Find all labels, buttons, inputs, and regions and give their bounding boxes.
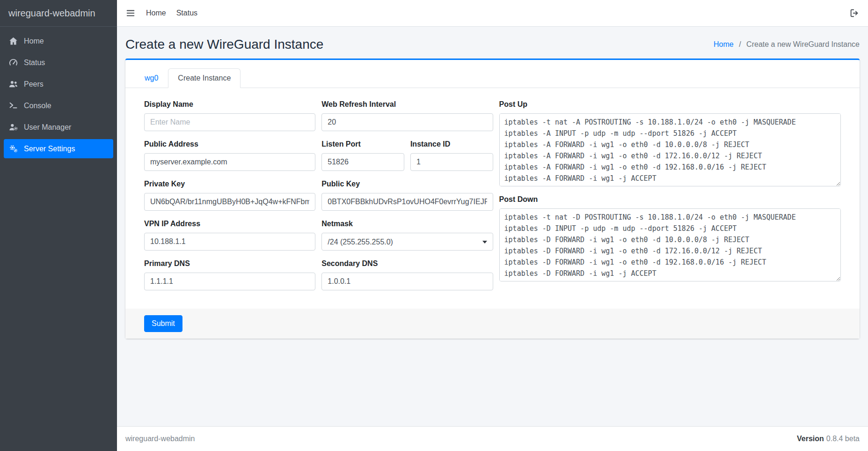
netmask-field: Netmask /24 (255.255.255.0) <box>321 220 493 251</box>
gauge-icon <box>8 58 18 67</box>
netmask-label: Netmask <box>321 220 493 228</box>
breadcrumb: Home / Create a new WireGuard Instance <box>714 40 860 49</box>
home-icon <box>8 36 18 46</box>
private-key-field: Private Key <box>144 180 315 211</box>
form-column-right: Post Up iptables -t nat -A POSTROUTING -… <box>499 100 841 299</box>
post-down-field: Post Down iptables -t nat -D POSTROUTING… <box>499 195 841 281</box>
form-column-left: Display Name Public Address Private Key <box>144 100 315 299</box>
web-refresh-interval-input[interactable] <box>321 113 493 131</box>
vpn-ip-input[interactable] <box>144 233 315 251</box>
post-up-field: Post Up iptables -t nat -A POSTROUTING -… <box>499 100 841 186</box>
page-footer: wireguard-webadmin Version0.8.4 beta <box>117 426 868 451</box>
sidebar-item-label: Server Settings <box>24 145 75 153</box>
public-address-input[interactable] <box>144 153 315 171</box>
footer-version-label: Version <box>797 435 824 443</box>
display-name-input[interactable] <box>144 113 315 131</box>
post-down-textarea[interactable]: iptables -t nat -D POSTROUTING -s 10.188… <box>499 208 841 281</box>
sidebar-item-status[interactable]: Status <box>4 53 113 72</box>
public-address-label: Public Address <box>144 140 315 148</box>
netmask-select-wrap: /24 (255.255.255.0) <box>321 233 493 251</box>
secondary-dns-field: Secondary DNS <box>321 259 493 290</box>
display-name-field: Display Name <box>144 100 315 131</box>
brand-text: wireguard-webadmin <box>8 8 95 19</box>
listen-port-input[interactable] <box>321 153 404 171</box>
topnav-link-status[interactable]: Status <box>176 9 197 17</box>
sidebar-item-label: Peers <box>24 80 44 89</box>
sidebar-item-label: Status <box>24 59 45 67</box>
public-key-field: Public Key <box>321 180 493 211</box>
sidebar-item-home[interactable]: Home <box>4 31 113 51</box>
private-key-label: Private Key <box>144 180 315 188</box>
sidebar-item-user-manager[interactable]: User Manager <box>4 118 113 137</box>
instance-tabs: wg0 Create Instance <box>125 60 860 88</box>
display-name-label: Display Name <box>144 100 315 109</box>
vpn-ip-label: VPN IP Address <box>144 220 315 228</box>
secondary-dns-input[interactable] <box>321 273 493 290</box>
card-footer: Submit <box>125 309 860 339</box>
web-refresh-interval-label: Web Refresh Interval <box>321 100 493 109</box>
primary-dns-field: Primary DNS <box>144 259 315 290</box>
create-instance-card: wg0 Create Instance Display Name Public … <box>125 59 860 339</box>
tab-create-instance[interactable]: Create Instance <box>168 68 241 88</box>
public-address-field: Public Address <box>144 140 315 171</box>
content-area: Create a new WireGuard Instance Home / C… <box>117 27 868 426</box>
public-key-label: Public Key <box>321 180 493 188</box>
sidebar-item-label: Home <box>24 37 44 45</box>
web-refresh-interval-field: Web Refresh Interval <box>321 100 493 131</box>
breadcrumb-home-link[interactable]: Home <box>714 40 734 48</box>
public-key-input[interactable] <box>321 193 493 211</box>
instance-form: Display Name Public Address Private Key <box>125 88 860 309</box>
breadcrumb-separator: / <box>739 40 741 48</box>
submit-button[interactable]: Submit <box>144 315 182 332</box>
sidebar-item-server-settings[interactable]: Server Settings <box>4 139 113 158</box>
sidebar-item-console[interactable]: Console <box>4 96 113 115</box>
main-column: Home Status Create a new WireGuard Insta… <box>117 0 868 451</box>
sidebar-item-label: Console <box>24 102 51 110</box>
instance-id-field: Instance ID <box>410 140 493 171</box>
primary-dns-input[interactable] <box>144 273 315 290</box>
topnav-link-home[interactable]: Home <box>146 9 166 17</box>
top-navbar: Home Status <box>117 0 868 27</box>
vpn-ip-field: VPN IP Address <box>144 220 315 251</box>
netmask-select[interactable]: /24 (255.255.255.0) <box>321 233 493 251</box>
sidebar-nav: Home Status Peers Console User Manager <box>0 27 117 165</box>
instance-id-label: Instance ID <box>410 140 493 148</box>
users-icon <box>8 79 18 89</box>
gears-icon <box>8 144 18 154</box>
sidebar-item-label: User Manager <box>24 123 71 132</box>
post-down-label: Post Down <box>499 195 841 204</box>
post-up-textarea[interactable]: iptables -t nat -A POSTROUTING -s 10.188… <box>499 113 841 186</box>
page-title: Create a new WireGuard Instance <box>125 37 323 52</box>
private-key-input[interactable] <box>144 193 315 211</box>
logout-icon[interactable] <box>849 8 860 18</box>
menu-toggle-icon[interactable] <box>125 8 136 18</box>
sidebar-item-peers[interactable]: Peers <box>4 74 113 94</box>
content-header: Create a new WireGuard Instance Home / C… <box>125 33 860 59</box>
terminal-icon <box>8 101 18 111</box>
form-column-middle: Web Refresh Interval Listen Port Instanc… <box>321 100 493 299</box>
footer-version-value: 0.8.4 beta <box>826 435 860 443</box>
form-grid: Display Name Public Address Private Key <box>144 100 841 299</box>
secondary-dns-label: Secondary DNS <box>321 259 493 268</box>
footer-version: Version0.8.4 beta <box>797 435 860 443</box>
breadcrumb-current: Create a new WireGuard Instance <box>746 40 860 48</box>
tab-wg0[interactable]: wg0 <box>135 68 168 88</box>
listen-port-field: Listen Port <box>321 140 404 171</box>
post-up-label: Post Up <box>499 100 841 109</box>
brand-link[interactable]: wireguard-webadmin <box>0 0 117 27</box>
instance-id-input[interactable] <box>410 153 493 171</box>
users-gear-icon <box>8 122 18 132</box>
port-id-row: Listen Port Instance ID <box>321 140 493 171</box>
primary-dns-label: Primary DNS <box>144 259 315 268</box>
sidebar: wireguard-webadmin Home Status Peers Con… <box>0 0 117 451</box>
listen-port-label: Listen Port <box>321 140 404 148</box>
footer-brand: wireguard-webadmin <box>125 435 195 443</box>
